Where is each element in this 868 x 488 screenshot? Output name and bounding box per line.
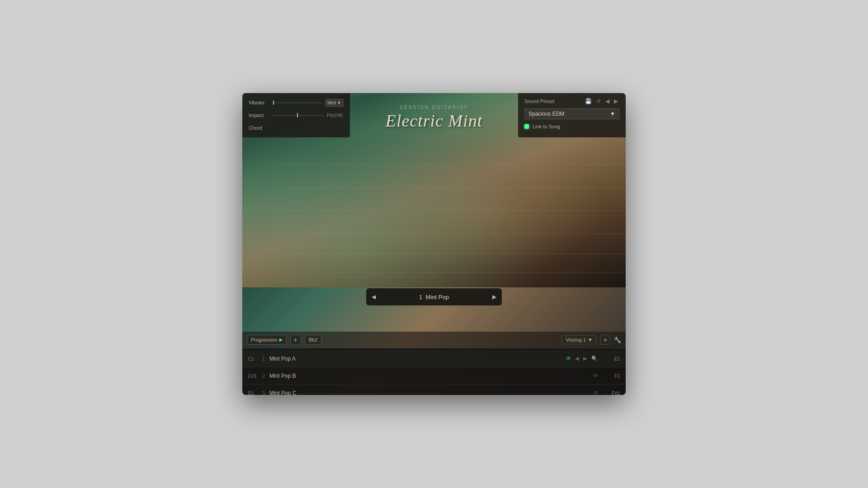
voicing-dropdown[interactable]: Voicing 1 ▼ [561,335,597,344]
pattern-name-1: Mint Pop B [269,373,593,379]
table-row[interactable]: C1 1 Mint Pop A ⟳ ◀ ▶ 🔍 E1 [242,350,626,367]
pattern-number-1: 2 [262,373,269,379]
table-row[interactable]: C#1 2 Mint Pop B ⟳ F1 [242,367,626,385]
pattern-note-right-1: F1 [606,373,620,379]
pattern-loop-btn-2[interactable]: ⟳ [593,389,599,395]
pattern-loop-btn-1[interactable]: ⟳ [593,372,599,380]
pattern-icons-1: ⟳ [593,372,599,380]
pattern-note-right-0: E1 [606,356,620,361]
med-dropdown[interactable]: Med ▼ [325,99,344,107]
impact-label: Impact [249,113,269,118]
preset-dropdown[interactable]: Spacious EDM ▼ [524,108,619,119]
voicing-add-btn[interactable]: + [600,335,610,345]
preset-reset-btn[interactable]: ↺ [595,98,602,105]
vibrato-label: Vibrato [249,100,269,105]
main-content: Progression ▶ + Bb2 Voicing 1 ▼ + 🔧 C1 1… [242,332,626,395]
pattern-note-2: D1 [248,390,262,395]
bottom-panel: C1 1 Mint Pop A ⟳ ◀ ▶ 🔍 E1 C#1 2 Mint Po… [242,348,626,395]
pattern-nav-label: 1 Mint Pop [379,294,489,300]
pattern-next-btn-0[interactable]: ▶ [582,355,588,362]
header-bar: Vibrato Med ▼ Impact PitchW. Chord [242,93,626,137]
vibrato-row: Vibrato Med ▼ [249,98,344,108]
progression-btn[interactable]: Progression ▶ [247,335,287,345]
pattern-note-1: C#1 [248,373,262,379]
pattern-next-btn[interactable]: ▶ [489,292,500,302]
play-icon: ▶ [279,338,283,342]
pattern-prev-btn-0[interactable]: ◀ [574,355,580,362]
impact-slider[interactable] [272,115,324,116]
table-row[interactable]: D1 3 Mint Pop C ⟳ F#1 [242,385,626,395]
vibrato-thumb [273,100,274,105]
plugin-window: Vibrato Med ▼ Impact PitchW. Chord [242,93,626,395]
sound-preset-header: Sound Preset 💾 ↺ ◀ ▶ [524,98,619,105]
impact-thumb [297,113,298,117]
pattern-number-0: 1 [262,356,269,361]
pattern-icons-0: ⟳ ◀ ▶ 🔍 [566,355,599,362]
link-to-song-row: Link to Song [524,124,619,129]
pattern-name-0: Mint Pop A [269,356,566,362]
chord-label: Chord [249,125,262,131]
vibrato-slider[interactable] [272,102,322,103]
plugin-subtitle: SESSION GUITARIST [400,105,468,110]
pattern-number-2: 3 [262,390,269,395]
progression-bar: Progression ▶ + Bb2 Voicing 1 ▼ + 🔧 [242,332,626,348]
pattern-nav: ◀ 1 Mint Pop ▶ [366,288,502,305]
impact-row: Impact PitchW. [249,110,344,120]
pattern-name-2: Mint Pop C [269,390,593,395]
voicing-label: Voicing 1 [566,337,586,343]
dropdown-chevron-icon: ▼ [610,111,615,117]
preset-prev-btn[interactable]: ◀ [604,98,611,105]
pitchw-label: PitchW. [327,113,344,118]
pattern-list: C1 1 Mint Pop A ⟳ ◀ ▶ 🔍 E1 C#1 2 Mint Po… [242,348,626,395]
voicing-dropdown-arrow: ▼ [588,337,593,343]
chord-row: Chord [249,123,344,133]
preset-save-btn[interactable]: 💾 [584,98,593,105]
add-pattern-btn[interactable]: + [290,334,301,345]
voicing-settings-btn[interactable]: 🔧 [614,337,621,343]
preset-controls: 💾 ↺ ◀ ▶ [584,98,619,105]
plugin-title: Electric Mint [386,112,483,131]
link-to-song-label: Link to Song [533,124,560,129]
link-to-song-led[interactable] [524,124,529,129]
pattern-note-0: C1 [248,356,262,361]
preset-name: Spacious EDM [528,111,564,117]
pattern-note-right-2: F#1 [606,390,620,395]
left-controls-panel: Vibrato Med ▼ Impact PitchW. Chord [242,93,350,137]
sound-preset-label: Sound Preset [524,99,555,104]
pattern-icons-2: ⟳ [593,389,599,395]
key-badge[interactable]: Bb2 [305,335,322,345]
pattern-loop-btn-0[interactable]: ⟳ [566,355,571,362]
preset-next-btn[interactable]: ▶ [613,98,619,105]
progression-label: Progression [251,337,278,343]
right-preset-panel: Sound Preset 💾 ↺ ◀ ▶ Spacious EDM ▼ Link… [518,93,626,137]
header-center: SESSION GUITARIST Electric Mint [350,93,518,137]
pattern-prev-btn[interactable]: ◀ [368,292,379,302]
pattern-search-btn-0[interactable]: 🔍 [590,355,599,362]
